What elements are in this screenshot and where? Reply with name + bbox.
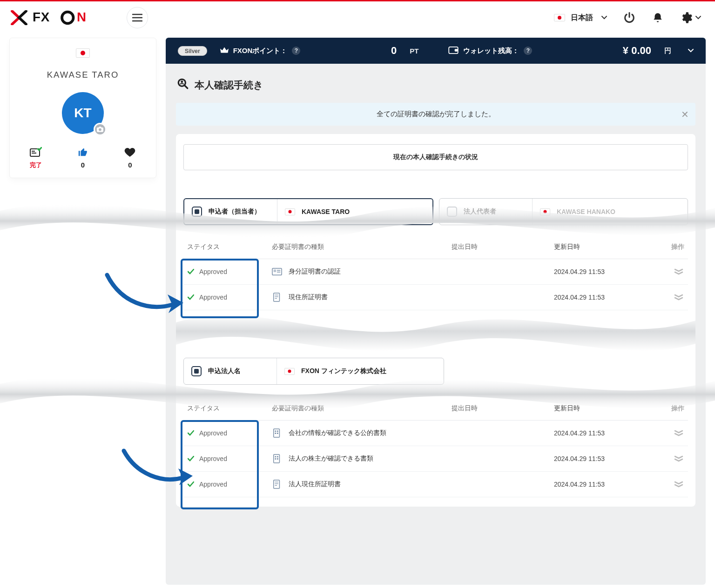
power-button[interactable] bbox=[623, 11, 636, 24]
status-text: Approved bbox=[199, 455, 227, 462]
expand-row[interactable] bbox=[673, 292, 684, 302]
th-submitted: 提出日時 bbox=[452, 404, 554, 413]
notice-text: 全ての証明書の確認が完了しました。 bbox=[377, 110, 495, 119]
avatar-camera-button[interactable] bbox=[94, 123, 107, 136]
th-updated: 更新日時 bbox=[554, 243, 656, 251]
applicant-tabs: 申込者（担当者） KAWASE TARO 法人代表者 KAWASE HANAKO bbox=[183, 198, 688, 225]
tab-applicant[interactable]: 申込者（担当者） KAWASE TARO bbox=[183, 198, 433, 225]
stat-like: 0 bbox=[61, 146, 104, 169]
table-row[interactable]: Approved 法人現住所証明書 2024.04.29 11:53 bbox=[183, 472, 688, 497]
flag-jp-icon bbox=[76, 48, 90, 58]
svg-rect-12 bbox=[277, 270, 280, 270]
annotation-arrow bbox=[120, 446, 195, 494]
menu-button[interactable] bbox=[127, 7, 148, 28]
document-icon bbox=[272, 480, 282, 488]
check-icon bbox=[187, 294, 195, 301]
updated-date: 2024.04.29 11:53 bbox=[554, 481, 656, 488]
updated-date: 2024.04.29 11:53 bbox=[554, 429, 656, 437]
expand-row[interactable] bbox=[673, 428, 684, 438]
chevron-down-icon bbox=[601, 16, 607, 20]
doc-type: 会社の情報が確認できる公的書類 bbox=[289, 429, 386, 437]
th-status: ステイタス bbox=[187, 243, 272, 251]
profile-name: KAWASE TARO bbox=[14, 70, 151, 80]
expand-row[interactable] bbox=[673, 267, 684, 277]
notice-close[interactable]: ✕ bbox=[681, 109, 689, 120]
language-label: 日本語 bbox=[571, 13, 593, 23]
wallet-help[interactable]: ? bbox=[524, 47, 532, 55]
logo: FX N bbox=[10, 10, 116, 26]
id-card-icon bbox=[272, 267, 282, 276]
th-type: 必要証明書の種類 bbox=[272, 243, 452, 251]
stat-fav-value: 0 bbox=[109, 161, 151, 169]
language-selector[interactable]: 日本語 bbox=[554, 13, 607, 23]
avatar-initials: KT bbox=[74, 106, 91, 120]
thumb-up-icon bbox=[78, 147, 88, 157]
svg-rect-22 bbox=[277, 433, 278, 434]
tier-badge: Silver bbox=[178, 46, 207, 56]
flag-jp-icon bbox=[284, 368, 295, 375]
th-op: 操作 bbox=[656, 243, 684, 251]
expand-row[interactable] bbox=[673, 454, 684, 464]
svg-rect-7 bbox=[455, 49, 458, 51]
status-text: Approved bbox=[199, 268, 227, 275]
avatar[interactable]: KT bbox=[62, 92, 104, 134]
corp-label: 申込法人名 bbox=[208, 367, 241, 375]
check-icon bbox=[187, 268, 195, 275]
th-submitted: 提出日時 bbox=[452, 243, 554, 251]
kyc-card: 現在の本人確認手続きの状況 bbox=[176, 134, 695, 507]
status-text: Approved bbox=[199, 481, 227, 488]
flag-jp-icon bbox=[554, 14, 565, 21]
wallet-icon bbox=[448, 47, 459, 55]
building-doc-icon bbox=[272, 429, 282, 437]
svg-rect-31 bbox=[275, 485, 277, 486]
tab-applicant-name: KAWASE TARO bbox=[302, 208, 350, 215]
svg-rect-16 bbox=[275, 296, 278, 297]
chevron-down-icon bbox=[695, 16, 701, 20]
notifications-button[interactable] bbox=[652, 11, 664, 24]
tab-representative[interactable]: 法人代表者 KAWASE HANAKO bbox=[439, 198, 688, 225]
settings-button[interactable] bbox=[680, 11, 701, 24]
th-op: 操作 bbox=[656, 404, 684, 413]
svg-rect-14 bbox=[274, 293, 280, 301]
points-unit: PT bbox=[410, 47, 418, 55]
doc-type: 現住所証明書 bbox=[289, 293, 328, 301]
svg-rect-19 bbox=[275, 431, 276, 432]
stat-fav: 0 bbox=[109, 146, 151, 169]
svg-rect-5 bbox=[32, 153, 36, 154]
doc-type: 法人現住所証明書 bbox=[289, 480, 341, 488]
corporate-name-row: 申込法人名 FXON フィンテック株式会社 bbox=[183, 358, 444, 385]
bell-icon bbox=[652, 11, 664, 24]
table-row[interactable]: Approved 法人の株主が確認できる書類 2024.04.29 11:53 bbox=[183, 446, 688, 472]
svg-rect-28 bbox=[274, 480, 280, 488]
radio-unchecked-icon bbox=[447, 207, 457, 217]
th-type: 必要証明書の種類 bbox=[272, 404, 452, 413]
wallet-value: ¥ 0.00 bbox=[623, 45, 651, 57]
flag-jp-icon bbox=[285, 208, 295, 215]
svg-point-1 bbox=[62, 12, 74, 24]
check-icon bbox=[187, 429, 195, 437]
decorative-wave bbox=[176, 167, 695, 197]
updated-date: 2024.04.29 11:53 bbox=[554, 455, 656, 462]
svg-rect-25 bbox=[277, 456, 278, 458]
svg-rect-15 bbox=[275, 295, 278, 295]
stat-kyc: 完了 bbox=[14, 146, 57, 169]
document-icon bbox=[272, 293, 282, 301]
status-text: Approved bbox=[199, 294, 227, 301]
svg-rect-13 bbox=[277, 272, 280, 272]
svg-text:N: N bbox=[77, 10, 87, 24]
radio-checked-icon bbox=[192, 207, 202, 217]
section-header: 現在の本人確認手続きの状況 bbox=[183, 144, 688, 170]
radio-checked-icon bbox=[191, 366, 202, 376]
svg-rect-4 bbox=[32, 151, 35, 152]
table-row[interactable]: Approved 身分証明書の認証 2024.04.29 11:53 bbox=[183, 259, 688, 285]
svg-rect-30 bbox=[275, 483, 278, 484]
tab-applicant-label: 申込者（担当者） bbox=[209, 207, 261, 216]
points-help[interactable]: ? bbox=[292, 47, 300, 55]
points-value: 0 bbox=[391, 45, 397, 57]
applicant-doc-table: ステイタス 必要証明書の種類 提出日時 更新日時 操作 Approved 身分証… bbox=[183, 235, 688, 310]
svg-rect-23 bbox=[274, 454, 280, 463]
stat-like-value: 0 bbox=[61, 161, 104, 169]
expand-row[interactable] bbox=[673, 479, 684, 489]
table-row[interactable]: Approved 会社の情報が確認できる公的書類 2024.04.29 11:5… bbox=[183, 421, 688, 446]
profile-sidebar: KAWASE TARO KT 完了 bbox=[9, 38, 156, 178]
